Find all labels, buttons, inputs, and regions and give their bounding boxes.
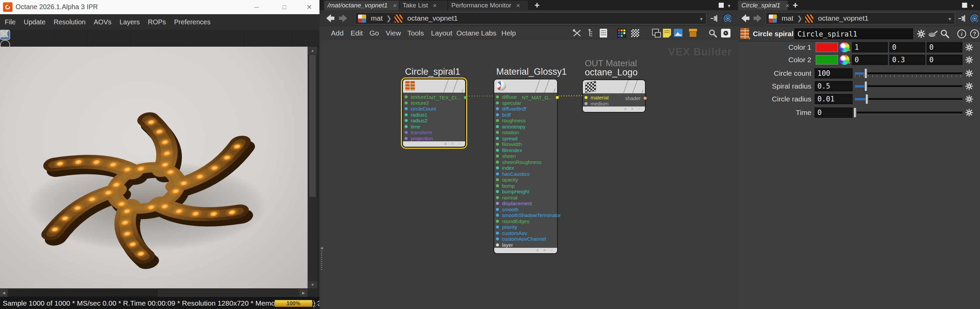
search-icon[interactable] <box>940 29 950 38</box>
node-header[interactable] <box>494 80 557 92</box>
input-dot[interactable] <box>496 244 499 247</box>
input-sheen[interactable]: sheen <box>494 153 557 159</box>
path-dropdown-chevron-icon[interactable]: ▼ <box>699 17 703 22</box>
input-dot[interactable] <box>405 113 408 116</box>
input-radius1[interactable]: radius1 <box>403 112 465 118</box>
param-slider[interactable] <box>855 94 963 104</box>
tab-performance-monitor[interactable]: Performance Monitor✕ <box>448 1 528 10</box>
param-gear-icon[interactable] <box>965 108 973 116</box>
viewport-vertical-scrollbar[interactable]: ▲ ▼ <box>308 47 317 288</box>
slider-handle[interactable] <box>865 94 869 104</box>
slider-track[interactable] <box>855 85 963 88</box>
input-radius2[interactable]: radius2 <box>403 118 465 124</box>
output-dot[interactable] <box>556 96 559 99</box>
gear-icon[interactable] <box>916 29 926 38</box>
path-segment-mat[interactable]: mat <box>371 13 383 24</box>
input-dot[interactable] <box>496 96 499 99</box>
input-dot[interactable] <box>496 125 499 128</box>
node-header[interactable] <box>583 80 645 93</box>
path-segment-mat[interactable]: mat <box>781 13 794 24</box>
input-filmwidth[interactable]: filmwidth <box>494 141 557 147</box>
tab-take-list[interactable]: Take List✕ <box>399 1 448 10</box>
input-dot[interactable] <box>496 131 499 134</box>
input-priority[interactable]: priority <box>494 224 557 230</box>
input-medium[interactable]: medium <box>583 101 645 107</box>
sticky-note-icon[interactable] <box>663 29 671 38</box>
network-menu-go[interactable]: Go <box>369 26 379 40</box>
octane-menu-file[interactable]: File <box>5 14 16 30</box>
octane-menu-rops[interactable]: ROPs <box>148 14 166 30</box>
input-dot[interactable] <box>584 102 587 105</box>
input-dot[interactable] <box>496 178 499 181</box>
input-dot[interactable] <box>496 143 499 146</box>
param-gear-icon[interactable] <box>965 56 973 64</box>
path-segment-vopnet[interactable]: octane_vopnet1 <box>818 13 869 24</box>
input-dot[interactable] <box>405 102 408 105</box>
tab--mat-octane-vopnet1[interactable]: /mat/octane_vopnet1✕ <box>324 1 399 10</box>
tab-close-icon[interactable]: ✕ <box>785 3 789 8</box>
input-transform[interactable]: transform <box>403 129 465 135</box>
node-type-brick-icon[interactable]: ▼ <box>740 28 749 39</box>
node-octane_logo[interactable]: materialmediumshader≡=− <box>582 80 646 113</box>
input-dot[interactable] <box>496 137 499 140</box>
input-dot[interactable] <box>405 131 408 134</box>
input-dot[interactable] <box>496 119 499 122</box>
input-customAovChannel[interactable]: customAovChannel <box>494 236 557 242</box>
param-value-field[interactable]: 100 <box>815 68 853 78</box>
param-value-field[interactable]: 0.5 <box>815 81 853 91</box>
path-dropdown-chevron-icon[interactable]: ▼ <box>948 17 952 22</box>
node-header[interactable] <box>403 80 465 92</box>
visibility-icon[interactable] <box>721 29 730 38</box>
tools-icon[interactable] <box>572 29 581 38</box>
input-dot[interactable] <box>496 154 499 158</box>
node-material_glossy1[interactable]: diffusespeculardiffuseBrdfbrdfroughnessa… <box>493 79 558 254</box>
param-gear-icon[interactable] <box>965 82 973 90</box>
network-menu-labs[interactable]: Labs <box>481 26 496 40</box>
pane-layout-icon[interactable] <box>962 3 967 8</box>
network-menu-view[interactable]: View <box>386 26 401 40</box>
color-wheel-icon[interactable] <box>839 42 850 53</box>
input-dot[interactable] <box>496 196 499 199</box>
pane-menu-chevron-icon[interactable]: ▼ <box>970 3 975 8</box>
path-segment-vopnet[interactable]: octane_vopnet1 <box>407 13 458 24</box>
cook-pan-icon[interactable] <box>928 29 937 38</box>
param-gear-icon[interactable] <box>965 43 973 51</box>
forward-arrow-icon[interactable] <box>753 14 763 23</box>
input-dot[interactable] <box>405 119 408 122</box>
param-slider[interactable] <box>855 81 963 91</box>
input-layer[interactable]: layer <box>494 242 557 248</box>
color-component-field[interactable]: 0 <box>889 42 925 53</box>
input-dot[interactable] <box>496 237 499 241</box>
pin-icon[interactable] <box>958 14 966 23</box>
pane-splitter-handle[interactable] <box>321 251 322 270</box>
input-opacity[interactable]: opacity <box>494 177 557 183</box>
input-dot[interactable] <box>496 232 499 235</box>
network-menu-octane[interactable]: Octane <box>457 26 479 40</box>
param-gear-icon[interactable] <box>965 69 973 77</box>
input-spread[interactable]: spread <box>494 135 557 142</box>
input-dot[interactable] <box>405 107 408 110</box>
input-customAov[interactable]: customAov <box>494 230 557 236</box>
archive-box-icon[interactable] <box>689 29 697 37</box>
tab-close-icon[interactable]: ✕ <box>392 3 396 8</box>
window-copy-icon[interactable] <box>652 29 661 38</box>
minimize-button[interactable]: ─ <box>251 3 262 11</box>
output-dot[interactable] <box>644 97 647 100</box>
checker-pattern-icon[interactable] <box>631 29 640 38</box>
color-palette-icon[interactable] <box>617 29 626 38</box>
viewport-horizontal-scrollbar[interactable]: ◀ ▶ <box>0 288 308 297</box>
output-dot[interactable] <box>464 96 467 99</box>
pane-splitter-arrow-icon[interactable]: ◀ <box>320 246 323 250</box>
back-arrow-icon[interactable] <box>325 14 335 23</box>
input-smooth[interactable]: smooth <box>494 207 557 213</box>
input-projection[interactable]: projection <box>403 135 465 142</box>
network-menu-add[interactable]: Add <box>331 26 344 40</box>
node-footer[interactable]: ≡=− <box>583 107 645 112</box>
image-add-icon[interactable]: + <box>674 29 682 37</box>
slider-track[interactable] <box>855 111 963 114</box>
node-name-field[interactable]: Circle_spiral1 <box>794 29 913 39</box>
input-dot[interactable] <box>496 149 499 152</box>
input-index[interactable]: index <box>494 165 557 171</box>
input-hasCaustics[interactable]: hasCaustics <box>494 171 557 177</box>
hscroll-thumb[interactable] <box>8 290 158 297</box>
